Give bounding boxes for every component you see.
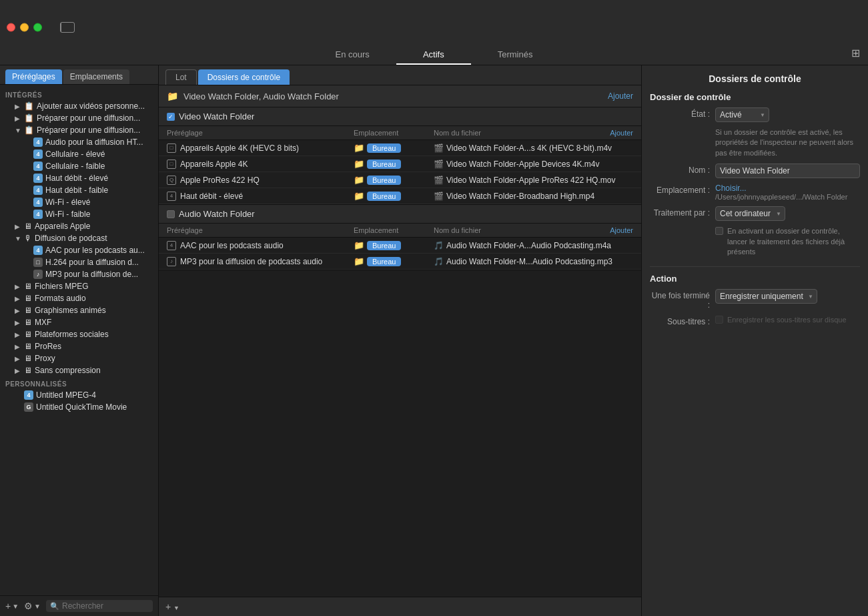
sidebar-item-untitled-qt[interactable]: G Untitled QuickTime Movie [0,401,158,413]
folder-icon: 🖥 [24,366,32,375]
table-row[interactable]: □ Appareils Apple 4K (HEVC 8 bits) 📁 Bur… [159,140,641,156]
sidebar-item-plateformes[interactable]: ▶ 🖥 Plateformes sociales [0,328,158,340]
add-center-button[interactable]: + ▼ [165,601,179,612]
filename-label: Audio Watch Folder-M...Audio Podcasting.… [446,257,612,266]
minimize-button[interactable] [20,23,29,31]
table-row[interactable]: 4 AAC pour les podcasts audio 📁 Bureau 🎵… [159,238,641,254]
table-row[interactable]: □ Appareils Apple 4K 📁 Bureau 🎬 Video Wa… [159,156,641,172]
sidebar-item-untitled-mpeg4[interactable]: 4 Untitled MPEG-4 [0,389,158,401]
sidebar-item-proxy[interactable]: ▶ 🖥 Proxy [0,352,158,364]
etat-select-wrapper: Activé Désactivé [715,107,769,122]
sous-titres-checkbox-label: Enregistrer les sous-titres sur disque [727,315,847,325]
table-row[interactable]: ♪ MP3 pour la diffusion de podcasts audi… [159,254,641,270]
sidebar-tree: INTÉGRÉS ▶ 📋 Ajouter aux vidéos personne… [0,85,158,595]
video-watch-folder-section: ✓ Video Watch Folder Préréglage Emplacem… [159,107,641,205]
watch-folders-title: Video Watch Folder, Audio Watch Folder [183,91,602,101]
folder-icon: 🖥 [24,294,32,303]
une-fois-value: Enregistrer uniquement [715,289,860,304]
sidebar-item-h264[interactable]: □ H.264 pour la diffusion d... [0,256,158,268]
tab-dossiers-controle[interactable]: Dossiers de contrôle [198,69,290,85]
preset-name: AAC pour les podcasts audio [180,241,284,250]
tab-prereglages[interactable]: Préréglages [5,69,62,84]
folder-icon: 📋 [24,101,34,111]
sidebar-item-diffusion[interactable]: ▼ 🎙 Diffusion de podcast [0,232,158,244]
location-cell: 📁 Bureau [354,159,434,169]
layout-icon[interactable] [60,22,75,33]
file-icon: 🎬 [434,192,444,201]
sidebar-item-label: Plateformes sociales [35,330,153,339]
sidebar-item-mxf[interactable]: ▶ 🖥 MXF [0,316,158,328]
add-watch-folder-button[interactable]: Ajouter [608,91,633,101]
tab-emplacements[interactable]: Emplacements [63,69,129,84]
location-badge: Bureau [367,257,401,266]
table-row[interactable]: 4 Haut débit - élevé 📁 Bureau 🎬 Video Wa… [159,188,641,204]
activation-checkbox[interactable] [715,227,723,235]
sidebar-item-label: Proxy [35,354,153,363]
sidebar-item-ajouter[interactable]: ▶ 📋 Ajouter aux vidéos personne... [0,100,158,112]
location-badge: Bureau [367,143,401,153]
une-fois-select[interactable]: Enregistrer uniquement [715,289,817,304]
preset-cell: Q Apple ProRes 422 HQ [167,176,354,185]
preset-name: Appareils Apple 4K (HEVC 8 bits) [180,143,299,153]
tab-termines[interactable]: Terminés [471,45,560,65]
sidebar-item-wifi-eleve[interactable]: 4 Wi-Fi - élevé [0,196,158,208]
col-add-button[interactable]: Ajouter [610,226,633,234]
sidebar-item-cellulaire-eleve[interactable]: 4 Cellulaire - élevé [0,148,158,160]
tab-lot[interactable]: Lot [165,69,197,85]
sidebar-item-fichiers-mpeg[interactable]: ▶ 🖥 Fichiers MPEG [0,280,158,292]
sidebar-item-haut-debit-faible[interactable]: 4 Haut débit - faible [0,184,158,196]
sidebar-item-formats-audio[interactable]: ▶ 🖥 Formats audio [0,292,158,304]
sidebar-item-label: Diffusion de podcast [35,234,153,243]
close-button[interactable] [7,23,15,31]
nom-input[interactable] [715,164,860,178]
sidebar-item-label: Haut débit - faible [45,186,153,195]
folder-blue-icon: 📁 [354,256,364,266]
add-button[interactable]: + ▼ [5,601,19,611]
col-add-button[interactable]: Ajouter [610,129,633,137]
sidebar-item-preparer1[interactable]: ▶ 📋 Préparer pour une diffusion... [0,112,158,124]
settings-button[interactable]: ⚙ ▼ [24,601,41,611]
tab-en-cours[interactable]: En cours [309,45,396,65]
center-panel: Lot Dossiers de contrôle 📁 Video Watch F… [159,65,641,616]
watch-folders-list: ✓ Video Watch Folder Préréglage Emplacem… [159,107,641,597]
sidebar-item-mp3[interactable]: ♪ MP3 pour la diffusion de... [0,268,158,280]
sidebar-item-haut-debit-eleve[interactable]: 4 Haut débit - élevé [0,172,158,184]
sous-titres-checkbox[interactable] [715,316,723,324]
sidebar-item-prores[interactable]: ▶ 🖥 ProRes [0,340,158,352]
filename-label: Video Watch Folder-A...s 4K (HEVC 8-bit)… [446,143,612,153]
tab-actifs[interactable]: Actifs [396,45,471,65]
folder-icon: 🖥 [24,282,32,291]
video-watch-folder-checkbox[interactable]: ✓ [167,113,175,121]
audio-watch-folder-checkbox[interactable] [167,210,175,218]
emplacement-path: /Users/johnnyappleseed/.../Watch Folder [715,193,860,201]
file-icon: 🎬 [434,160,444,169]
choisir-link[interactable]: Choisir... [715,184,747,193]
etat-select[interactable]: Activé Désactivé [715,107,769,122]
sidebar-item-label: Appareils Apple [35,222,153,231]
form-row-nom: Nom : [650,164,860,178]
sidebar-item-preparer2[interactable]: ▼ 📋 Préparer pour une diffusion... [0,124,158,136]
sidebar-item-label: Formats audio [35,294,153,303]
folder-blue-icon: 📁 [354,175,364,185]
table-row[interactable]: Q Apple ProRes 422 HQ 📁 Bureau 🎬 Video W… [159,172,641,188]
chevron-icon: ▶ [15,115,23,122]
location-badge: Bureau [367,176,401,185]
sidebar-item-audio-ht[interactable]: 4 Audio pour la diffusion HT... [0,136,158,148]
sidebar-item-wifi-faible[interactable]: 4 Wi-Fi - faible [0,208,158,220]
sidebar-item-graphismes[interactable]: ▶ 🖥 Graphismes animés [0,304,158,316]
traitement-select[interactable]: Cet ordinateur [715,206,785,221]
preset-icon: ♪ [167,257,176,266]
une-fois-select-wrapper: Enregistrer uniquement [715,289,817,304]
sidebar-item-label: Cellulaire - élevé [45,149,153,159]
search-input[interactable] [62,601,149,611]
sidebar-item-aac[interactable]: 4 AAC pour les podcasts au... [0,244,158,256]
preset-name: Appareils Apple 4K [180,160,248,169]
sidebar-item-cellulaire-faible[interactable]: 4 Cellulaire - faible [0,160,158,172]
fullscreen-button[interactable] [33,23,42,31]
preset-name: Haut débit - élevé [180,192,243,201]
sidebar-item-sans-compression[interactable]: ▶ 🖥 Sans compression [0,364,158,376]
sidebar-item-appareils[interactable]: ▶ 🖥 Appareils Apple [0,220,158,232]
settings-icon[interactable]: ⊞ [851,47,860,59]
file-icon: 🎵 [434,257,444,266]
badge-G: G [24,402,33,412]
